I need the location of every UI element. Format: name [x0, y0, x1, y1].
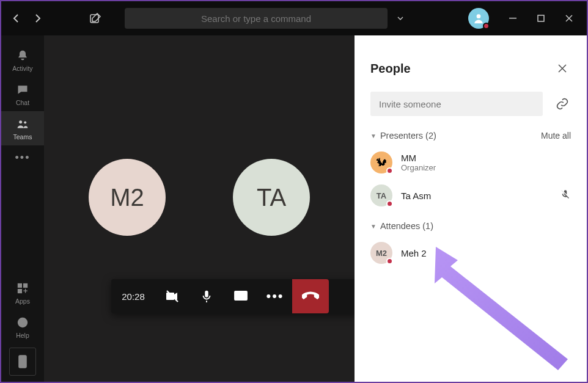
rail-apps-label: Apps — [15, 297, 30, 305]
rail-help-label: Help — [16, 332, 29, 339]
presenters-label: Presenters (2) — [380, 131, 436, 140]
panel-close-button[interactable] — [554, 60, 571, 77]
person-name: MM — [401, 153, 436, 163]
help-icon — [15, 315, 30, 330]
svg-rect-6 — [18, 283, 22, 287]
svg-rect-2 — [509, 18, 516, 19]
more-icon: ••• — [15, 150, 30, 165]
chat-icon — [15, 82, 30, 97]
rail-activity-label: Activity — [12, 65, 32, 72]
attendees-label: Attendees (1) — [380, 221, 433, 231]
avatar: TA — [370, 184, 392, 206]
person-row[interactable]: 🐿 MM Organizer — [370, 151, 571, 173]
copy-link-button[interactable] — [554, 97, 571, 111]
avatar: M2 — [370, 242, 392, 264]
apps-icon — [15, 281, 30, 296]
person-row[interactable]: TA Ta Asm — [370, 184, 571, 206]
rail-teams[interactable]: Teams — [1, 111, 44, 145]
people-panel: People ▼ Presenters (2) Mute all 🐿 M — [355, 35, 587, 382]
bell-icon — [15, 48, 30, 63]
presence-busy-icon — [386, 258, 393, 264]
window-minimize-button[interactable] — [499, 6, 527, 31]
svg-point-12 — [22, 365, 23, 367]
svg-rect-3 — [538, 15, 544, 21]
meeting-stage: M2 Meh 2 TA Ta Asm 20:28 — [44, 35, 355, 382]
search-box[interactable] — [125, 8, 388, 29]
nav-forward-button[interactable] — [27, 7, 49, 29]
titlebar — [1, 1, 587, 35]
camera-toggle-button[interactable] — [155, 279, 189, 313]
svg-rect-8 — [18, 289, 22, 293]
rail-chat-label: Chat — [16, 99, 29, 106]
avatar: 🐿 — [370, 151, 392, 173]
teams-icon — [15, 117, 30, 131]
search-input[interactable] — [125, 13, 388, 24]
invite-field[interactable] — [370, 92, 543, 116]
call-timer: 20:28 — [111, 291, 155, 302]
presenters-section: ▼ Presenters (2) Mute all 🐿 MM Organizer… — [370, 131, 571, 206]
mic-off-icon — [560, 189, 571, 202]
person-row[interactable]: M2 Meh 2 — [370, 242, 571, 264]
presence-busy-icon — [483, 23, 490, 29]
nav-back-button[interactable] — [5, 7, 27, 29]
window-maximize-button[interactable] — [527, 6, 555, 31]
chevron-down-icon[interactable]: ▼ — [370, 133, 377, 139]
command-dropdown[interactable] — [390, 16, 411, 20]
meeting-control-bar: 20:28 ••• — [111, 279, 361, 313]
chevron-down-icon[interactable]: ▼ — [370, 223, 377, 230]
rail-activity[interactable]: Activity — [1, 43, 44, 77]
rail-teams-label: Teams — [13, 133, 32, 140]
svg-rect-7 — [24, 283, 28, 287]
rail-device[interactable] — [9, 348, 36, 376]
rail-chat[interactable]: Chat — [1, 77, 44, 111]
rail-apps[interactable]: Apps — [1, 275, 44, 310]
person-name: Ta Asm — [401, 191, 431, 201]
more-actions-button[interactable]: ••• — [258, 279, 292, 313]
mute-all-button[interactable]: Mute all — [541, 131, 571, 140]
svg-point-4 — [19, 120, 22, 123]
presence-busy-icon — [386, 167, 393, 174]
rail-help[interactable]: Help — [1, 310, 44, 344]
phone-icon — [15, 354, 30, 369]
share-screen-button[interactable] — [224, 279, 258, 313]
person-role: Organizer — [401, 163, 436, 172]
mic-toggle-button[interactable] — [189, 279, 224, 313]
participant-avatar: M2 — [89, 159, 166, 236]
svg-point-10 — [22, 324, 23, 325]
app-rail: Activity Chat Teams ••• Apps — [1, 35, 44, 382]
profile-avatar[interactable] — [468, 8, 489, 29]
rail-more[interactable]: ••• — [1, 145, 44, 170]
panel-title: People — [370, 62, 411, 76]
invite-input[interactable] — [379, 99, 534, 109]
attendees-section: ▼ Attendees (1) M2 Meh 2 — [370, 221, 571, 264]
hangup-button[interactable] — [292, 279, 329, 313]
compose-button[interactable] — [83, 6, 108, 31]
svg-point-5 — [24, 121, 26, 123]
participant-avatar: TA — [233, 159, 310, 236]
presence-busy-icon — [386, 200, 393, 207]
person-name: Meh 2 — [401, 248, 427, 258]
svg-point-1 — [477, 14, 481, 18]
window-close-button[interactable] — [555, 6, 583, 31]
